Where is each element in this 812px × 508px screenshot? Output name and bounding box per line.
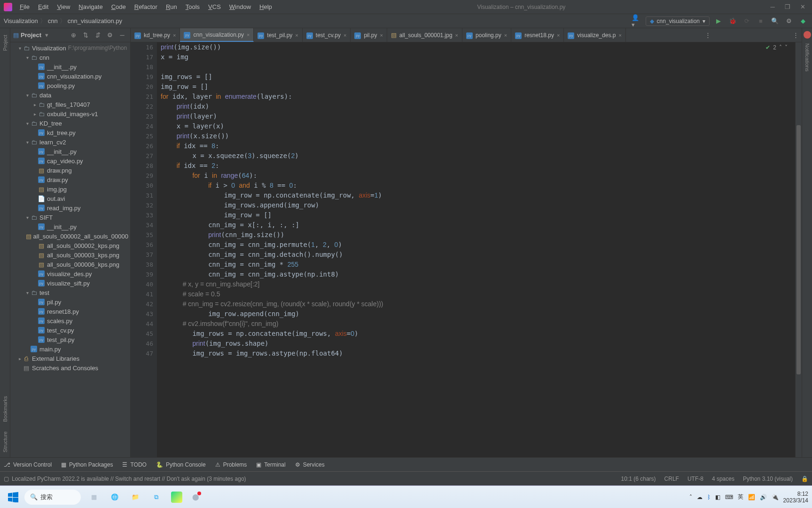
tray-chevron-icon[interactable]: ˄ (689, 494, 692, 500)
editor-tab[interactable]: pyvisualize_des.p× (564, 28, 626, 42)
tree-row[interactable]: py__init__.py (10, 147, 130, 156)
inspection-widget[interactable]: ✔ 2 ˄ ˅ (765, 44, 788, 51)
scroll-thumb[interactable] (796, 125, 801, 374)
tree-row[interactable]: ▸🗀gt_files_170407 (10, 100, 130, 109)
menu-code[interactable]: Code (108, 1, 130, 12)
menu-help[interactable]: Help (256, 1, 276, 12)
tree-row[interactable]: pyvisualize_sift.py (10, 278, 130, 288)
search-everywhere-button[interactable]: 🔍 (770, 16, 780, 26)
tree-row[interactable]: pypooling.py (10, 81, 130, 90)
tree-row[interactable]: ▧all_souls_000003_kps.png (10, 250, 130, 260)
debug-button[interactable]: 🐞 (727, 16, 738, 26)
project-tree[interactable]: ▾🗀VisualizationF:\programming\Python▾🗀cn… (10, 42, 130, 457)
editor-tab[interactable]: ▧all_souls_000001.jpg× (387, 28, 462, 42)
menu-file[interactable]: File (16, 1, 33, 12)
run-button[interactable]: ▶ (713, 16, 724, 26)
close-button[interactable]: ✕ (797, 1, 808, 13)
tree-row[interactable]: ▾🗀test (10, 288, 130, 297)
tab-close-icon[interactable]: × (247, 32, 250, 38)
tree-row[interactable]: ▧all_souls_000006_kps.png (10, 260, 130, 269)
bottom-tool-version-control[interactable]: ⎇Version Control (4, 461, 52, 468)
collapse-all-icon[interactable]: ⇵ (93, 30, 103, 40)
breadcrumb[interactable]: Visualization〉cnn〉cnn_visualization.py (4, 17, 122, 25)
tab-overflow-button[interactable]: ⋮ (702, 32, 714, 39)
minimize-button[interactable]: ─ (767, 1, 778, 13)
onedrive-icon[interactable]: ☁ (697, 494, 703, 500)
bottom-tool-python-packages[interactable]: ▦Python Packages (61, 461, 113, 468)
tree-row[interactable]: pymain.py (10, 344, 130, 354)
tree-row[interactable]: ▾🗀data (10, 90, 130, 100)
notification-indicator-icon[interactable] (804, 31, 811, 39)
tree-row[interactable]: ▧img.jpg (10, 184, 130, 194)
hide-icon[interactable]: ─ (117, 30, 127, 40)
locate-icon[interactable]: ⊕ (68, 30, 78, 40)
tree-row[interactable]: pydraw.py (10, 175, 130, 184)
menu-run[interactable]: Run (162, 1, 181, 12)
tree-row[interactable]: pytest_pil.py (10, 335, 130, 344)
tree-row[interactable]: py__init__.py (10, 222, 130, 231)
start-button[interactable] (4, 489, 23, 506)
code-area[interactable]: print(img.size()) x = img img_rows = [] … (157, 42, 795, 457)
tree-expand-arrow[interactable]: ▾ (24, 140, 30, 145)
edge-icon[interactable]: 🌐 (105, 488, 124, 507)
settings-button[interactable]: ⚙ (784, 16, 794, 26)
tree-row[interactable]: ▸⎙External Libraries (10, 354, 130, 363)
indent-setting[interactable]: 4 spaces (712, 476, 734, 482)
editor-scrollbar[interactable] (795, 42, 802, 457)
tree-expand-arrow[interactable]: ▸ (32, 102, 38, 107)
run-configuration-selector[interactable]: ◆ cnn_visualization ▾ (646, 16, 710, 26)
stop-button[interactable]: ■ (756, 16, 766, 26)
maximize-button[interactable]: ❐ (782, 1, 793, 13)
tree-expand-arrow[interactable]: ▸ (32, 111, 38, 117)
vscode-icon[interactable]: ⧉ (147, 488, 165, 507)
task-view-icon[interactable]: ▦ (85, 488, 103, 507)
code-with-me-icon[interactable]: ◆ (798, 16, 808, 26)
tree-expand-arrow[interactable]: ▾ (24, 215, 30, 220)
app-tray-icon[interactable]: ◧ (715, 494, 720, 500)
tree-row[interactable]: 📄out.avi (10, 194, 130, 203)
tree-row[interactable]: ▾🗀learn_cv2 (10, 137, 130, 147)
coverage-button[interactable]: ⟳ (742, 16, 752, 26)
tree-row[interactable]: ▧all_souls_000002_kps.png (10, 241, 130, 250)
editor-tab[interactable]: pyresnet18.py× (511, 28, 564, 42)
tree-row[interactable]: pyscales.py (10, 316, 130, 325)
volume-icon[interactable]: 🔊 (760, 494, 767, 500)
tree-row[interactable]: pykd_tree.py (10, 128, 130, 137)
chevron-up-icon[interactable]: ˄ (779, 44, 782, 51)
tree-expand-arrow[interactable]: ▸ (17, 356, 23, 361)
menu-refactor[interactable]: Refactor (131, 1, 161, 12)
tree-row[interactable]: pyvisualize_des.py (10, 269, 130, 278)
editor-tab[interactable]: pytest_pil.py× (254, 28, 302, 42)
input-method-icon[interactable]: 英 (738, 493, 743, 501)
breadcrumb-item[interactable]: Visualization (4, 17, 38, 24)
explorer-icon[interactable]: 📁 (126, 488, 145, 507)
tree-row[interactable]: ▧all_souls_000002_all_souls_00000 (10, 231, 130, 241)
tree-row[interactable]: ▾🗀KD_tree (10, 119, 130, 128)
breadcrumb-item[interactable]: cnn (48, 17, 58, 24)
tree-row[interactable]: pyread_img.py (10, 203, 130, 213)
tab-close-icon[interactable]: × (380, 32, 383, 38)
tool-window-notifications[interactable]: Notifications (804, 39, 810, 76)
editor-tab[interactable]: pytest_cv.py× (303, 28, 351, 42)
tree-row[interactable]: ▾🗀VisualizationF:\programming\Python (10, 43, 130, 53)
line-separator[interactable]: CRLF (664, 476, 679, 482)
tree-row[interactable]: pycap_video.py (10, 156, 130, 166)
bottom-tool-python-console[interactable]: 🐍Python Console (156, 461, 206, 468)
menu-window[interactable]: Window (226, 1, 255, 12)
file-encoding[interactable]: UTF-8 (687, 476, 703, 482)
tree-row[interactable]: pyresnet18.py (10, 307, 130, 316)
clock[interactable]: 8:12 2023/3/14 (783, 491, 808, 504)
tree-row[interactable]: ▧draw.png (10, 166, 130, 175)
tab-options-button[interactable]: ⋮ (790, 32, 802, 39)
tree-row[interactable]: ▤Scratches and Consoles (10, 363, 130, 373)
tree-row[interactable]: ▾🗀SIFT (10, 213, 130, 222)
bluetooth-icon[interactable]: ᛒ (707, 494, 710, 500)
caret-position[interactable]: 10:1 (6 chars) (621, 476, 656, 482)
menu-view[interactable]: View (53, 1, 74, 12)
settings-icon[interactable]: ⚙ (105, 30, 115, 40)
python-interpreter[interactable]: Python 3.10 (visual) (743, 476, 793, 482)
chevron-down-icon[interactable]: ▾ (45, 32, 48, 39)
tab-close-icon[interactable]: × (618, 32, 621, 38)
editor-tab[interactable]: pycnn_visualization.py× (180, 28, 254, 42)
tab-close-icon[interactable]: × (455, 32, 458, 38)
